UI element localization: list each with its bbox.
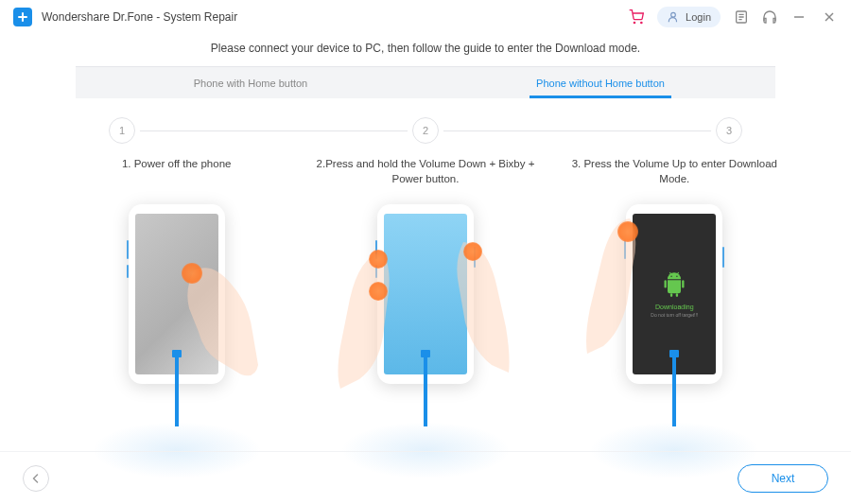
headphones-icon[interactable] — [762, 9, 777, 25]
close-button[interactable] — [821, 9, 838, 26]
step-1: 1. Power off the phone — [52, 157, 301, 450]
step-3-text: 3. Press the Volume Up to enter Download… — [550, 157, 799, 187]
steps-row: 1. Power off the phone 2.Press and hold … — [52, 157, 799, 450]
tab-label: Phone without Home button — [536, 78, 665, 89]
step-3: 3. Press the Volume Up to enter Download… — [550, 157, 799, 450]
download-title: Downloading — [655, 304, 693, 310]
login-label: Login — [686, 11, 711, 23]
arrow-left-icon — [30, 473, 42, 484]
cable-icon — [175, 356, 179, 426]
minimize-button[interactable] — [790, 9, 808, 26]
svg-rect-14 — [676, 293, 678, 297]
step-circle-3: 3 — [716, 117, 742, 144]
step-circle-2: 2 — [412, 117, 439, 144]
phone-illustration-1 — [92, 204, 262, 450]
touch-icon — [463, 242, 482, 261]
volume-button-icon — [624, 240, 626, 259]
volume-button-icon — [127, 240, 129, 259]
svg-rect-11 — [665, 280, 667, 287]
stepper: 1 2 3 — [109, 117, 742, 144]
touch-icon — [182, 263, 202, 284]
svg-point-0 — [634, 22, 634, 23]
phone-icon — [129, 204, 225, 384]
phone-icon — [377, 204, 474, 384]
title-left: Wondershare Dr.Fone - System Repair — [13, 8, 237, 26]
app-logo-icon — [13, 8, 32, 26]
notes-icon[interactable] — [734, 9, 749, 25]
tab-with-home[interactable]: Phone with Home button — [76, 67, 426, 98]
phone-icon: Downloading Do not turn off target!!! — [626, 204, 722, 384]
svg-rect-13 — [670, 293, 672, 297]
svg-point-10 — [677, 275, 678, 276]
app-title: Wondershare Dr.Fone - System Repair — [42, 10, 237, 24]
tab-label: Phone with Home button — [194, 78, 307, 89]
footer: Next — [0, 451, 851, 504]
step-2-text: 2.Press and hold the Volume Down + Bixby… — [301, 157, 549, 187]
step-1-text: 1. Power off the phone — [113, 157, 241, 187]
next-button[interactable]: Next — [738, 464, 828, 493]
svg-point-9 — [671, 275, 672, 276]
svg-point-2 — [671, 12, 676, 17]
instruction-text: Please connect your device to PC, then f… — [0, 42, 851, 55]
phone-illustration-2 — [340, 204, 511, 450]
cable-icon — [672, 356, 676, 426]
phone-illustration-3: Downloading Do not turn off target!!! — [589, 204, 759, 450]
svg-point-1 — [641, 22, 642, 23]
step-circle-1: 1 — [109, 117, 135, 144]
android-icon — [661, 271, 687, 298]
user-icon — [667, 10, 680, 24]
title-right: Login — [629, 7, 838, 27]
tab-without-home[interactable]: Phone without Home button — [426, 67, 775, 98]
power-button-icon — [722, 247, 724, 268]
touch-icon — [369, 250, 388, 269]
cable-icon — [424, 356, 427, 426]
title-bar: Wondershare Dr.Fone - System Repair Logi… — [0, 0, 851, 34]
touch-icon — [369, 282, 388, 301]
step-2: 2.Press and hold the Volume Down + Bixby… — [301, 157, 549, 450]
back-button[interactable] — [23, 465, 49, 492]
tabs: Phone with Home button Phone without Hom… — [76, 66, 775, 98]
bixby-button-icon — [127, 265, 129, 278]
next-label: Next — [772, 472, 795, 485]
svg-rect-12 — [682, 280, 684, 287]
login-button[interactable]: Login — [657, 7, 721, 27]
download-subtitle: Do not turn off target!!! — [651, 312, 698, 318]
cart-icon[interactable] — [629, 9, 644, 25]
